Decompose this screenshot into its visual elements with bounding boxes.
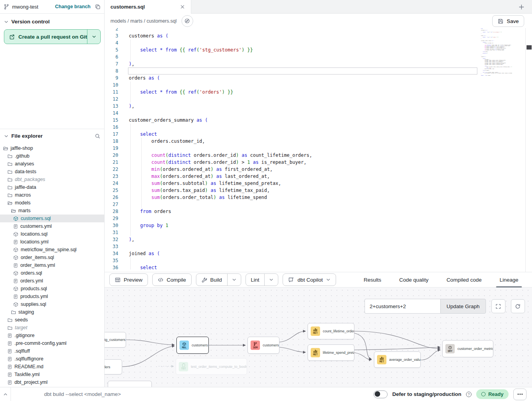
code-line-22[interactable]: 22 min(orders.ordered_at) as first_order… xyxy=(105,166,532,173)
create-pr-dropdown[interactable] xyxy=(87,30,100,44)
file-tree-item-locations-sql[interactable]: locations.sql xyxy=(0,230,104,238)
file-tree-item-jaffle-data[interactable]: jaffle-data xyxy=(0,183,104,191)
lineage-node-count_lifetime_orders[interactable]: METcount_lifetime_orders xyxy=(308,323,354,339)
tab-lineage[interactable]: Lineage xyxy=(491,272,527,287)
dbt-copilot-orb-button[interactable] xyxy=(181,15,193,27)
code-line-28[interactable]: 28 from orders xyxy=(105,208,532,215)
file-tree-item-products-yml[interactable]: products.yml xyxy=(0,293,104,300)
lineage-node-customers-semantic[interactable]: SEMcustomers xyxy=(247,337,279,354)
code-line-4[interactable]: 4 xyxy=(105,39,532,46)
code-line-6[interactable]: 6 xyxy=(105,53,532,60)
file-tree-item-dbt-packages[interactable]: dbt_packages xyxy=(0,176,104,183)
code-line-3[interactable]: 3customers as ( xyxy=(105,32,532,39)
file-tree-item-data-tests[interactable]: data-tests xyxy=(0,168,104,176)
file-tree-item--pre-commit-config-yaml[interactable]: .pre-commit-config.yaml xyxy=(0,339,104,347)
code-line-7[interactable]: 7), xyxy=(105,60,532,67)
code-line-26[interactable]: 26 sum(orders.order_total) as lifetime_s… xyxy=(105,194,532,201)
build-button[interactable]: Build xyxy=(196,274,227,286)
file-tree-item--github[interactable]: .github xyxy=(0,152,104,160)
file-tree-item-taskfile-yml[interactable]: Taskfile.yml xyxy=(0,371,104,378)
help-icon[interactable]: ? xyxy=(466,392,472,397)
file-tree-item-readme-md[interactable]: README.md xyxy=(0,363,104,371)
change-branch-link[interactable]: Change branch xyxy=(55,4,91,9)
code-line-10[interactable]: 10 xyxy=(105,82,532,89)
file-tree-item--sqlfluffignore[interactable]: .sqlfluffignore xyxy=(0,355,104,363)
code-line-21[interactable]: 21 count(distinct orders.order_id) > 1 a… xyxy=(105,159,532,166)
new-tab-button[interactable] xyxy=(516,0,527,14)
file-tree-item-supplies-sql[interactable]: supplies.sql xyxy=(0,300,104,308)
file-tree-item-jaffle-shop[interactable]: jaffle-shop xyxy=(0,144,104,152)
code-line-19[interactable]: 19 xyxy=(105,145,532,152)
code-line-23[interactable]: 23 max(orders.ordered_at) as last_ordere… xyxy=(105,173,532,180)
code-line-24[interactable]: 24 sum(orders.subtotal) as lifetime_spen… xyxy=(105,180,532,187)
file-tree-item-staging[interactable]: staging xyxy=(0,308,104,316)
tab-results[interactable]: Results xyxy=(355,272,390,287)
code-line-18[interactable]: 18 orders.customer_id, xyxy=(105,138,532,145)
lineage-node-customer_order_metrics[interactable]: QRYcustomer_order_metrics xyxy=(442,340,493,357)
code-line-29[interactable]: 29 xyxy=(105,215,532,222)
save-button[interactable]: Save xyxy=(492,15,524,27)
tab-code-quality[interactable]: Code quality xyxy=(390,272,438,287)
code-line-36[interactable]: 36 select xyxy=(105,264,532,271)
file-tree-item-order-items-sql[interactable]: order_items.sql xyxy=(0,254,104,261)
close-icon[interactable] xyxy=(180,4,185,9)
search-icon[interactable] xyxy=(95,133,100,139)
expand-command-bar[interactable] xyxy=(0,392,11,397)
code-line-11[interactable]: 11 select * from {{ ref('orders') }} xyxy=(105,89,532,96)
lineage-panel[interactable]: 2+customers+2 Update Graph stg_customers… xyxy=(105,287,532,387)
command-input[interactable]: dbt build --select <model_name> xyxy=(44,391,121,397)
code-line-8[interactable]: 8 xyxy=(105,67,532,75)
lineage-node-customers-model[interactable]: MDLcustomers xyxy=(176,337,209,354)
compile-button[interactable]: Compile xyxy=(152,273,192,286)
file-tree-item-orders-sql[interactable]: orders.sql xyxy=(0,269,104,277)
code-line-5[interactable]: 5 select * from {{ ref('stg_customers') … xyxy=(105,46,532,53)
lint-dropdown[interactable] xyxy=(264,274,278,286)
lineage-selector-input[interactable]: 2+customers+2 xyxy=(365,299,440,314)
code-editor[interactable]: 23customers as (45 select * from {{ ref(… xyxy=(105,28,532,272)
version-control-header[interactable]: Version control xyxy=(0,14,104,28)
file-tree-item-customers-yml[interactable]: customers.yml xyxy=(0,222,104,230)
create-pr-button[interactable]: Create a pull request on Git... xyxy=(4,29,101,44)
file-tree-item-products-sql[interactable]: products.sql xyxy=(0,285,104,293)
lineage-node-stg_customers[interactable]: stg_customers xyxy=(105,332,126,348)
file-tree-item--gitignore[interactable]: .gitignore xyxy=(0,332,104,339)
refresh-button[interactable] xyxy=(511,299,525,313)
code-line-30[interactable]: 30 group by 1 xyxy=(105,222,532,229)
lineage-node-orders[interactable]: orders xyxy=(105,359,122,374)
build-dropdown[interactable] xyxy=(227,274,241,286)
lineage-node-lifetime_spend_pretax[interactable]: METlifetime_spend_pretax xyxy=(308,344,354,361)
minimap[interactable]: withcustomers as ( select * from {{ ref(… xyxy=(481,28,512,76)
file-tree-item--sqlfluff[interactable]: .sqlfluff xyxy=(0,347,104,355)
dbt-copilot-button[interactable]: dbt Copilot xyxy=(283,273,336,286)
code-line-12[interactable]: 12 xyxy=(105,96,532,103)
fullscreen-button[interactable] xyxy=(491,299,505,313)
copy-icon[interactable] xyxy=(95,4,101,10)
code-line-14[interactable]: 14 xyxy=(105,110,532,117)
code-line-20[interactable]: 20 count(distinct orders.order_id) as co… xyxy=(105,152,532,159)
file-tree-item-models[interactable]: models xyxy=(0,199,104,207)
file-tree-item-order-items-yml[interactable]: order_items.yml xyxy=(0,261,104,269)
code-line-17[interactable]: 17 select xyxy=(105,131,532,138)
file-tree-item-analyses[interactable]: analyses xyxy=(0,160,104,168)
update-graph-button[interactable]: Update Graph xyxy=(440,299,486,314)
code-line-27[interactable]: 27 xyxy=(105,201,532,208)
file-tree-item-target[interactable]: target xyxy=(0,324,104,332)
lineage-node-test-order-items[interactable]: TSTtest_order_items_compute_to_bools... xyxy=(176,358,247,375)
file-tree-item-customers-sql[interactable]: customers.sql xyxy=(0,215,104,222)
file-explorer-header[interactable]: File explorer xyxy=(0,129,104,141)
file-tree-item-orders-yml[interactable]: orders.yml xyxy=(0,277,104,285)
code-line-25[interactable]: 25 sum(orders.tax_paid) as lifetime_tax_… xyxy=(105,187,532,194)
file-tree-item-marts[interactable]: marts xyxy=(0,207,104,215)
code-line-33[interactable]: 33 xyxy=(105,243,532,250)
code-line-9[interactable]: 9orders as ( xyxy=(105,75,532,82)
code-line-2[interactable]: 2 xyxy=(105,28,532,32)
file-tree-item-seeds[interactable]: seeds xyxy=(0,316,104,324)
code-line-15[interactable]: 15customer_orders_summary as ( xyxy=(105,117,532,124)
lint-button[interactable]: Lint xyxy=(246,274,265,286)
file-tree-item-metricflow-time-spine-sql[interactable]: metricflow_time_spine.sql xyxy=(0,246,104,254)
file-tree-item-dbt-project-yml[interactable]: dbt_project.yml xyxy=(0,378,104,386)
tab-customers-sql[interactable]: customers.sql xyxy=(105,0,191,14)
scrollbar-thumb[interactable] xyxy=(527,45,532,50)
lineage-node-average_order_value[interactable]: METaverage_order_value xyxy=(374,351,421,368)
overflow-menu-button[interactable] xyxy=(513,389,527,400)
